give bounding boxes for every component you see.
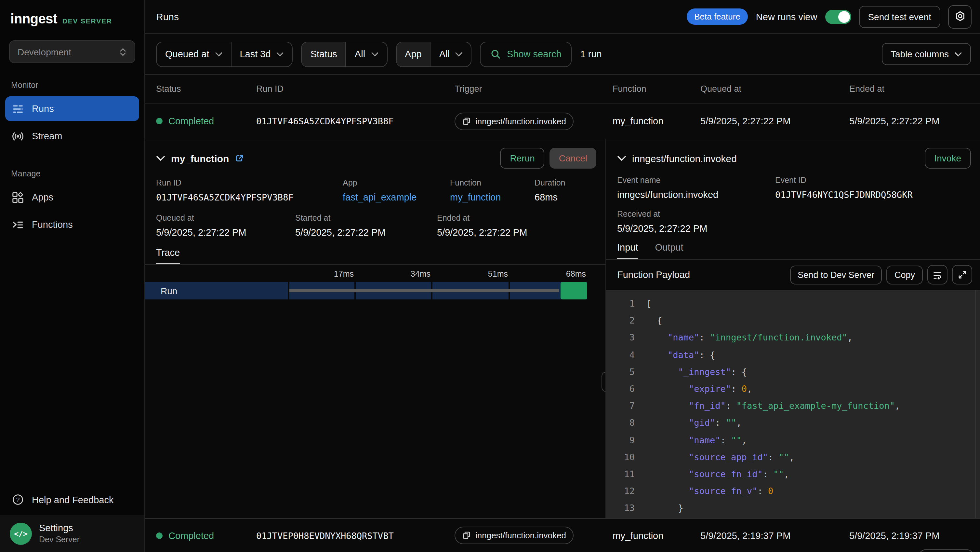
trigger-pill-label: inngest/function.invoked [476, 116, 566, 126]
rerun-button[interactable]: Rerun [500, 148, 545, 169]
event-detail-pane: inngest/function.invoked Invoke Event na… [606, 139, 980, 518]
queued-at-cell: 5/9/2025, 2:19:37 PM [700, 530, 849, 541]
app-field-link[interactable]: fast_api_example [343, 192, 450, 203]
tab-input[interactable]: Input [617, 242, 638, 259]
send-to-dev-server-button[interactable]: Send to Dev Server [790, 265, 882, 284]
table-columns-wrap: Table columns [881, 43, 971, 65]
new-runs-view-toggle[interactable] [825, 10, 851, 24]
run-id-cell: 01JTVF46SA5ZCDK4YPFSPV3B8F [256, 116, 455, 126]
status-dot-completed [156, 532, 162, 539]
filter-bar: Queued at Last 3d Status All [145, 34, 980, 75]
duration-field-value: 68ms [535, 192, 565, 203]
status-dot-completed [156, 118, 162, 124]
sidebar-item-stream-label: Stream [32, 131, 62, 141]
status-filter-label-seg[interactable]: Status [302, 42, 346, 66]
tab-trace[interactable]: Trace [156, 247, 180, 264]
sidebar-item-functions[interactable]: Functions [5, 212, 139, 237]
tab-output[interactable]: Output [655, 242, 684, 259]
dev-server-tag: DEV SERVER [62, 17, 112, 25]
help-and-feedback[interactable]: ? Help and Feedback [0, 493, 144, 506]
code-line-number: 9 [606, 431, 635, 448]
cutoff-element [919, 549, 974, 552]
expand-button[interactable] [952, 265, 972, 284]
run-id-cell: 01JTVEP0H8EVDNYXH68QRSTVBT [256, 530, 455, 541]
trigger-pill-label: inngest/function.invoked [476, 531, 566, 540]
chevron-down-icon [955, 52, 962, 56]
time-range-filter[interactable]: Last 3d [231, 42, 292, 66]
code-line: [ [646, 295, 980, 312]
status-filter-value-seg[interactable]: All [346, 42, 387, 66]
code-line: "gid": "", [646, 414, 980, 431]
sidebar-item-apps[interactable]: Apps [5, 185, 139, 210]
chevron-down-icon [215, 52, 222, 56]
trace-execution-block [560, 282, 587, 300]
table-columns-button[interactable]: Table columns [881, 43, 971, 65]
trace-tick-row: 17ms 34ms 51ms 68ms [145, 265, 605, 282]
code-line: "source_app_id": "", [646, 448, 980, 466]
status-label: Completed [169, 530, 214, 541]
table-row[interactable]: Completed 01JTVF46SA5ZCDK4YPFSPV3B8F inn… [145, 104, 980, 139]
settings-subtitle: Dev Server [39, 535, 80, 544]
show-search-label: Show search [507, 49, 562, 59]
cancel-button[interactable]: Cancel [550, 148, 596, 169]
function-payload-title: Function Payload [617, 270, 785, 280]
event-id-field-value: 01JTVF46NYC1QSFJDNRDQ58GKR [775, 190, 913, 200]
inngest-logo: inngest [10, 11, 57, 27]
trigger-pill[interactable]: inngest/function.invoked [455, 526, 574, 544]
collapse-chevron-icon[interactable] [617, 155, 626, 161]
chevrons-up-down-icon [119, 47, 127, 56]
app-filter-value: All [439, 49, 450, 59]
trace-waterfall: 17ms 34ms 51ms 68ms Run [145, 265, 605, 300]
page-title: Runs [156, 11, 179, 22]
trigger-pill[interactable]: inngest/function.invoked [455, 112, 574, 130]
run-detail-fields-row-1: Run ID 01JTVF46SA5ZCDK4YPFSPV3B8F App fa… [145, 179, 605, 203]
trace-run-row[interactable]: Run [145, 282, 605, 300]
pane-resize-handle[interactable] [601, 372, 606, 392]
external-link-icon[interactable] [235, 154, 244, 163]
invoke-button[interactable]: Invoke [925, 148, 971, 169]
show-search-button[interactable]: Show search [480, 41, 572, 67]
code-line-numbers: 1234567891011121314 [606, 295, 635, 518]
trace-tick: 68ms [566, 270, 586, 279]
settings-title: Settings [39, 523, 80, 533]
sidebar-item-runs[interactable]: Runs [5, 96, 139, 121]
app-filter-label-seg[interactable]: App [396, 42, 430, 66]
event-icon [462, 117, 471, 125]
trace-tick: 34ms [410, 270, 431, 279]
word-wrap-button[interactable] [928, 265, 948, 284]
settings-gear-button[interactable] [948, 5, 972, 28]
runs-table-header: Status Run ID Trigger Function Queued at… [145, 75, 980, 104]
function-payload-code[interactable]: 1234567891011121314 [ { "name": "inngest… [606, 290, 980, 518]
trigger-cell: inngest/function.invoked [455, 112, 612, 130]
function-field-link[interactable]: my_function [450, 192, 535, 203]
trace-run-bar [290, 282, 587, 300]
sidebar-section-monitor: Monitor [0, 81, 144, 90]
column-header-queued-at: Queued at [700, 84, 849, 94]
help-and-feedback-label: Help and Feedback [32, 495, 114, 505]
started-at-field-value: 5/9/2025, 2:27:22 PM [295, 227, 437, 238]
environment-select[interactable]: Development [9, 40, 135, 63]
stream-icon [12, 130, 24, 142]
trigger-cell: inngest/function.invoked [455, 526, 612, 544]
collapse-chevron-icon[interactable] [156, 155, 165, 161]
app-filter-value-seg[interactable]: All [430, 42, 471, 66]
duration-field: Duration 68ms [535, 179, 565, 203]
settings-row[interactable]: </> Settings Dev Server [0, 515, 144, 552]
event-detail-title: inngest/function.invoked [632, 153, 737, 164]
sidebar-item-stream[interactable]: Stream [5, 124, 139, 148]
status-filter-group: Status All [301, 41, 387, 67]
code-line-number: 10 [606, 448, 635, 466]
copy-button[interactable]: Copy [887, 265, 923, 284]
column-header-run-id: Run ID [256, 84, 455, 94]
queued-at-field: Queued at 5/9/2025, 2:27:22 PM [156, 214, 295, 238]
started-at-field-label: Started at [295, 214, 437, 223]
trace-tick: 17ms [334, 270, 354, 279]
run-detail-header: my_function Rerun Cancel [145, 146, 605, 171]
queued-at-filter[interactable]: Queued at [157, 42, 231, 66]
table-row[interactable]: Completed 01JTVEP0H8EVDNYXH68QRSTVBT inn… [145, 518, 980, 552]
ended-at-field-label: Ended at [437, 214, 527, 223]
send-test-event-button[interactable]: Send test event [859, 6, 940, 28]
code-line-number: 7 [606, 397, 635, 414]
code-scrollbar[interactable] [975, 290, 980, 518]
trace-tabs: Trace [145, 247, 605, 265]
